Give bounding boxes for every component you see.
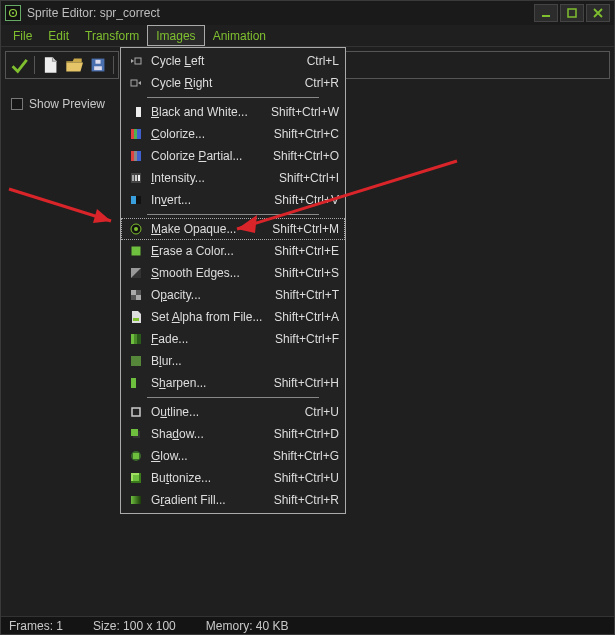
menu-item-fade[interactable]: Fade...Shift+Ctrl+F — [121, 328, 345, 350]
svg-rect-35 — [131, 356, 141, 366]
svg-rect-25 — [131, 246, 141, 256]
svg-rect-38 — [132, 408, 140, 416]
menu-transform[interactable]: Transform — [77, 25, 147, 46]
menu-item-blur[interactable]: Blur... — [121, 350, 345, 372]
menu-item-label: Sharpen... — [151, 376, 264, 390]
menu-item-invert[interactable]: Invert...Shift+Ctrl+V — [121, 189, 345, 211]
menu-item-label: Cycle Left — [151, 54, 297, 68]
menu-item-buttonize[interactable]: Buttonize...Shift+Ctrl+U — [121, 467, 345, 489]
menu-item-sharpen[interactable]: Sharpen...Shift+Ctrl+H — [121, 372, 345, 394]
svg-rect-42 — [133, 453, 139, 459]
statusbar: Frames: 1 Size: 100 x 100 Memory: 40 KB — [1, 616, 614, 634]
menu-item-cycle-right[interactable]: Cycle RightCtrl+R — [121, 72, 345, 94]
status-size: Size: 100 x 100 — [93, 619, 176, 633]
svg-rect-3 — [568, 9, 576, 17]
cycle-right-icon — [127, 75, 145, 91]
menu-item-label: Buttonize... — [151, 471, 264, 485]
svg-rect-7 — [135, 58, 141, 64]
menu-item-label: Glow... — [151, 449, 263, 463]
open-file-button[interactable] — [65, 56, 83, 74]
menu-item-shortcut: Ctrl+U — [305, 405, 339, 419]
svg-rect-18 — [132, 175, 134, 181]
menu-item-opacity[interactable]: Opacity...Shift+Ctrl+T — [121, 284, 345, 306]
confirm-button[interactable] — [10, 56, 28, 74]
invert-icon — [127, 192, 145, 208]
menu-item-set-alpha-from-file[interactable]: Set Alpha from File...Shift+Ctrl+A — [121, 306, 345, 328]
menu-item-intensity[interactable]: Intensity...Shift+Ctrl+I — [121, 167, 345, 189]
glow-icon — [127, 448, 145, 464]
menu-file[interactable]: File — [5, 25, 40, 46]
menu-item-colorize[interactable]: Colorize...Shift+Ctrl+C — [121, 123, 345, 145]
menu-item-shortcut: Ctrl+L — [307, 54, 339, 68]
menu-images[interactable]: Images — [147, 25, 204, 46]
new-file-button[interactable] — [41, 56, 59, 74]
svg-rect-11 — [131, 129, 134, 139]
menu-item-outline[interactable]: Outline...Ctrl+U — [121, 401, 345, 423]
menu-item-label: Shadow... — [151, 427, 264, 441]
buttonize-icon — [127, 470, 145, 486]
menu-item-shortcut: Shift+Ctrl+O — [273, 149, 339, 163]
menu-item-glow[interactable]: Glow...Shift+Ctrl+G — [121, 445, 345, 467]
svg-rect-30 — [133, 318, 139, 321]
menu-item-shortcut: Shift+Ctrl+C — [274, 127, 339, 141]
opaque-icon — [127, 221, 145, 237]
menu-item-shortcut: Shift+Ctrl+G — [273, 449, 339, 463]
svg-rect-22 — [136, 196, 141, 204]
menu-item-shortcut: Ctrl+R — [305, 76, 339, 90]
show-preview-checkbox[interactable] — [11, 98, 23, 110]
menu-item-shortcut: Shift+Ctrl+H — [274, 376, 339, 390]
menu-item-label: Make Opaque... — [151, 222, 262, 236]
menu-item-smooth-edges[interactable]: Smooth Edges...Shift+Ctrl+S — [121, 262, 345, 284]
menu-separator — [147, 214, 319, 215]
cycle-left-icon — [127, 53, 145, 69]
svg-rect-5 — [94, 66, 102, 70]
menu-item-erase-a-color[interactable]: Erase a Color...Shift+Ctrl+E — [121, 240, 345, 262]
svg-point-24 — [134, 227, 138, 231]
outline-icon — [127, 404, 145, 420]
svg-point-1 — [12, 12, 14, 14]
toolbar-divider — [34, 56, 35, 74]
menu-item-cycle-left[interactable]: Cycle LeftCtrl+L — [121, 50, 345, 72]
menu-item-make-opaque[interactable]: Make Opaque...Shift+Ctrl+M — [121, 218, 345, 240]
menu-item-label: Intensity... — [151, 171, 269, 185]
show-preview-label: Show Preview — [29, 97, 105, 111]
maximize-button[interactable] — [560, 4, 584, 22]
show-preview-row[interactable]: Show Preview — [11, 97, 105, 111]
menu-item-label: Set Alpha from File... — [151, 310, 264, 324]
save-file-button[interactable] — [89, 56, 107, 74]
svg-rect-16 — [137, 151, 141, 161]
menu-animation[interactable]: Animation — [205, 25, 274, 46]
svg-rect-8 — [131, 80, 137, 86]
images-menu-dropdown: Cycle LeftCtrl+LCycle RightCtrl+RBlack a… — [120, 47, 346, 514]
menu-item-label: Black and White... — [151, 105, 261, 119]
menu-item-gradient-fill[interactable]: Gradient Fill...Shift+Ctrl+R — [121, 489, 345, 511]
menu-item-colorize-partial[interactable]: Colorize Partial...Shift+Ctrl+O — [121, 145, 345, 167]
svg-rect-14 — [131, 151, 134, 161]
erase-color-icon — [127, 243, 145, 259]
menubar: File Edit Transform Images Animation — [1, 25, 614, 47]
close-button[interactable] — [586, 4, 610, 22]
menu-item-label: Colorize Partial... — [151, 149, 263, 163]
colorize-partial-icon — [127, 148, 145, 164]
svg-rect-19 — [135, 175, 137, 181]
gradient-icon — [127, 492, 145, 508]
menu-item-shortcut: Shift+Ctrl+I — [279, 171, 339, 185]
menu-separator — [147, 97, 319, 98]
menu-item-shadow[interactable]: Shadow...Shift+Ctrl+D — [121, 423, 345, 445]
minimize-button[interactable] — [534, 4, 558, 22]
svg-rect-6 — [95, 60, 100, 64]
svg-rect-12 — [134, 129, 137, 139]
svg-rect-15 — [134, 151, 137, 161]
titlebar: Sprite Editor: spr_correct — [1, 1, 614, 25]
menu-item-black-and-white[interactable]: Black and White...Shift+Ctrl+W — [121, 101, 345, 123]
menu-edit[interactable]: Edit — [40, 25, 77, 46]
menu-item-label: Colorize... — [151, 127, 264, 141]
menu-item-label: Blur... — [151, 354, 329, 368]
menu-item-shortcut: Shift+Ctrl+A — [274, 310, 339, 324]
intensity-icon — [127, 170, 145, 186]
colorize-icon — [127, 126, 145, 142]
svg-rect-37 — [136, 378, 141, 388]
window-title: Sprite Editor: spr_correct — [27, 6, 160, 20]
menu-item-label: Outline... — [151, 405, 295, 419]
opacity-icon — [127, 287, 145, 303]
